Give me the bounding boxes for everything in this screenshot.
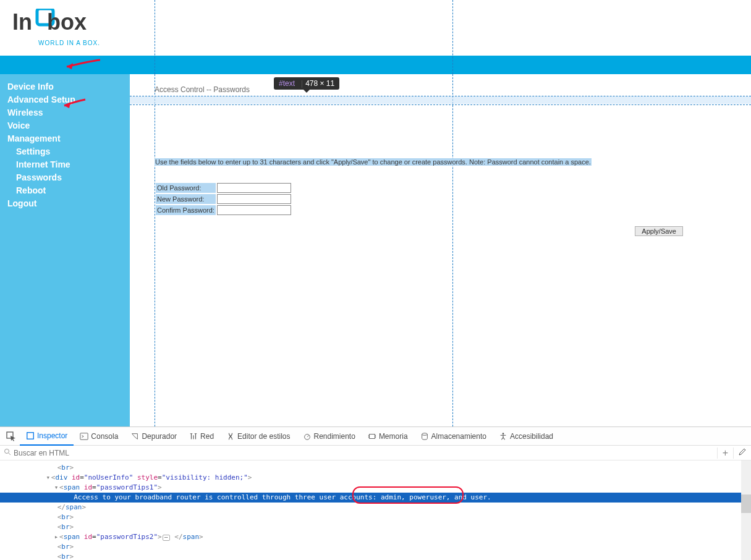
confirm-password-input[interactable]: [217, 205, 291, 215]
overlay-guide: [130, 96, 751, 96]
svg-text:box: box: [47, 9, 87, 35]
overlay-guide: [155, 74, 155, 426]
new-password-input[interactable]: [217, 194, 291, 204]
nav-advanced-setup[interactable]: Advanced Setup: [7, 93, 130, 106]
tab-editor-estilos[interactable]: Editor de estilos: [220, 427, 296, 446]
table-row: New Password:: [156, 194, 291, 204]
tab-red[interactable]: Red: [183, 427, 220, 446]
devtools-tabs: Inspector Consola Depurador Red Editor d…: [0, 427, 751, 446]
table-row: Confirm Password:: [156, 205, 291, 215]
content-area: Access Control -- Passwords #text | 478 …: [130, 74, 751, 426]
code-line[interactable]: ▸<span id="passwordTips2">⋯ </span>: [0, 532, 751, 542]
tab-label: Depurador: [142, 432, 177, 441]
tab-rendimiento[interactable]: Rendimiento: [297, 427, 362, 446]
devtools-dom-tree[interactable]: <br> ▾<div id="noUserInfo" style="visibi…: [0, 460, 751, 560]
svg-point-10: [5, 449, 9, 454]
header: In box WORLD IN A BOX.: [0, 0, 751, 56]
tab-depurador[interactable]: Depurador: [124, 427, 183, 446]
code-line-selected[interactable]: Access to your broadband router is contr…: [0, 493, 751, 503]
confirm-password-label: Confirm Password:: [156, 205, 216, 215]
overlay-guide: [130, 104, 751, 105]
apply-save-button[interactable]: Apply/Save: [635, 226, 683, 236]
sidebar: Device Info Advanced Setup Wireless Voic…: [0, 74, 130, 426]
nav-logout[interactable]: Logout: [7, 197, 130, 210]
tab-label: Rendimiento: [314, 432, 355, 441]
add-rule-button[interactable]: +: [717, 448, 734, 459]
new-password-label: New Password:: [156, 194, 216, 204]
code-line[interactable]: <br>: [0, 542, 751, 552]
tab-label: Almacenamiento: [431, 432, 486, 441]
tooltip-divider: |: [301, 79, 303, 88]
table-row: Old Password:: [156, 183, 291, 193]
memory-icon: [368, 432, 376, 441]
devtools-panel: Inspector Consola Depurador Red Editor d…: [0, 426, 751, 560]
page-title: Access Control -- Passwords: [155, 85, 250, 94]
tab-accesibilidad[interactable]: Accesibilidad: [493, 427, 559, 446]
search-icon: [4, 448, 11, 457]
network-icon: [189, 432, 198, 441]
storage-icon: [420, 432, 429, 441]
svg-point-9: [503, 433, 504, 435]
code-line[interactable]: <br>: [0, 463, 751, 473]
code-line[interactable]: <br>: [0, 522, 751, 532]
tab-label: Red: [200, 432, 214, 441]
tab-almacenamiento[interactable]: Almacenamiento: [414, 427, 493, 446]
svg-text:In: In: [12, 9, 32, 35]
header-accent-bar: [0, 56, 751, 74]
tab-consola[interactable]: Consola: [74, 427, 124, 446]
tab-label: Accesibilidad: [510, 432, 553, 441]
main-layout: Device Info Advanced Setup Wireless Voic…: [0, 74, 751, 426]
svg-rect-4: [27, 432, 34, 439]
svg-rect-5: [80, 433, 88, 439]
overlay-guide: [452, 0, 453, 74]
overlay-guide: [155, 0, 155, 74]
overlay-guide: [452, 74, 453, 426]
tooltip-dimensions: 478 × 11: [305, 79, 334, 88]
nav-passwords[interactable]: Passwords: [7, 171, 130, 184]
accessibility-icon: [499, 432, 507, 441]
code-line[interactable]: <br>: [0, 512, 751, 522]
nav-wireless[interactable]: Wireless: [7, 106, 130, 119]
eyedropper-button[interactable]: [737, 448, 747, 458]
scrollbar-thumb[interactable]: [741, 494, 751, 513]
performance-icon: [303, 432, 312, 441]
tab-label: Memoria: [379, 432, 408, 441]
debugger-icon: [130, 432, 139, 441]
inbox-logo-icon: In box: [12, 9, 117, 38]
code-line[interactable]: ▾<span id="passwordTips1">: [0, 483, 751, 493]
old-password-label: Old Password:: [156, 183, 216, 193]
code-line[interactable]: ▾<div id="noUserInfo" style="visibility:…: [0, 473, 751, 483]
nav-settings[interactable]: Settings: [7, 145, 130, 158]
tab-label: Inspector: [37, 431, 67, 440]
inspector-icon: [26, 431, 35, 440]
code-line[interactable]: <br>: [0, 552, 751, 560]
help-text: Use the fields below to enter up to 31 c…: [155, 158, 592, 166]
element-picker-button[interactable]: [5, 430, 17, 443]
tab-inspector[interactable]: Inspector: [20, 427, 74, 446]
nav-management[interactable]: Management: [7, 132, 130, 145]
tab-label: Editor de estilos: [237, 432, 290, 441]
svg-rect-7: [370, 434, 375, 438]
tooltip-tag-name: #text: [279, 79, 295, 88]
console-icon: [80, 432, 88, 441]
nav-internet-time[interactable]: Internet Time: [7, 158, 130, 171]
code-line[interactable]: </span>: [0, 503, 751, 512]
tab-label: Consola: [91, 432, 118, 441]
devtools-search-bar: +: [0, 446, 751, 460]
scrollbar[interactable]: [741, 460, 751, 560]
tab-memoria[interactable]: Memoria: [362, 427, 414, 446]
brand-tagline: WORLD IN A BOX.: [38, 40, 751, 46]
styles-icon: [226, 432, 235, 441]
nav-voice[interactable]: Voice: [7, 119, 130, 132]
password-form: Old Password: New Password: Confirm Pass…: [155, 182, 292, 216]
overlay-highlight: [130, 96, 751, 104]
nav-reboot[interactable]: Reboot: [7, 184, 130, 197]
old-password-input[interactable]: [217, 183, 291, 193]
search-input[interactable]: [11, 449, 717, 457]
brand-logo: In box WORLD IN A BOX.: [12, 0, 751, 46]
inspector-tooltip: #text | 478 × 11: [274, 77, 339, 90]
nav-device-info[interactable]: Device Info: [7, 80, 130, 93]
svg-point-8: [422, 433, 427, 435]
